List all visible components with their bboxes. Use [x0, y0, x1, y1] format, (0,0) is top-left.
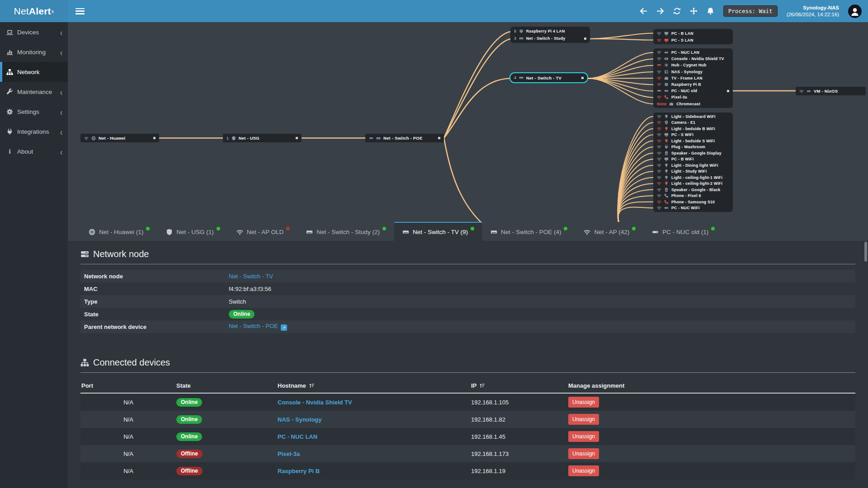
tab-pc-nuc-old-1[interactable]: PC - NUC old (1)	[644, 222, 723, 241]
info-link-net-switch-tv[interactable]: Net - Switch - TV	[229, 273, 273, 280]
topology-node-pc-nuc-wifi[interactable]: PC - NUC WiFi	[653, 205, 733, 211]
topology-node-light-bedside-b-wifi[interactable]: Light - bedside B WiFi	[653, 126, 733, 132]
collapse-handle[interactable]	[727, 90, 729, 92]
info-row-parent-network-device: Parent network deviceNet - Switch - POE↗	[80, 320, 855, 333]
topology-node-vm-nixos[interactable]: VM - NixOS	[796, 87, 866, 95]
app-logo[interactable]: NetAlertx	[0, 0, 68, 22]
user-avatar[interactable]	[848, 5, 862, 18]
topology-cluster-wifiC: Light - Sideboard WiFiCamera - E1Light -…	[653, 113, 733, 212]
collapse-handle[interactable]	[438, 137, 440, 139]
tab-net-switch-poe-4[interactable]: Net - Switch - POE (4)	[482, 222, 576, 241]
topology-node-camera-e1[interactable]: Camera - E1	[653, 120, 733, 126]
tab-net-ap-42[interactable]: Net - AP (42)	[576, 222, 644, 241]
wifi-icon	[657, 50, 661, 55]
unassign-button[interactable]: Unassign	[568, 431, 599, 442]
col-header-state: State	[175, 382, 277, 389]
topology-node-raspberry-pi-4-lan[interactable]: 5Raspberry Pi 4 LAN	[510, 28, 590, 35]
tab-net-switch-study-2[interactable]: Net - Switch - Study (2)	[298, 222, 394, 241]
wifi-icon	[657, 38, 661, 42]
topology-node-chromecast[interactable]: NoneChromecast	[653, 101, 733, 107]
nas-icon	[664, 70, 669, 74]
sidebar-item-devices[interactable]: Devices‹	[0, 22, 68, 42]
tab-net-switch-tv-9[interactable]: Net - Switch - TV (9)	[394, 222, 482, 241]
hostname-link[interactable]: PC - NUC LAN	[278, 433, 317, 440]
hostname-link[interactable]: Pixel-3a	[278, 450, 300, 457]
info-link-net-switch-poe[interactable]: Net - Switch - POE	[229, 323, 278, 329]
unassign-button[interactable]: Unassign	[568, 448, 599, 459]
hostname-link[interactable]: NAS - Synology	[278, 416, 322, 423]
collapse-handle[interactable]	[153, 137, 156, 139]
network-topology-canvas[interactable]: Net - Huawei1Net - USGNet - Switch - POE…	[68, 22, 868, 222]
sidebar-item-monitoring[interactable]: Monitoring‹	[0, 42, 68, 62]
external-link-icon[interactable]: ↗	[281, 324, 287, 331]
port-number: 4	[514, 75, 516, 80]
topology-node-light-dining-light-wifi[interactable]: Light - Dining light WiFi	[653, 162, 733, 169]
topology-node-hub-cygnet-hub[interactable]: Hub - Cygnet Hub	[653, 62, 733, 68]
sort-icon[interactable]	[309, 383, 315, 389]
topology-node-speaker-google-display[interactable]: Speaker - Google Display	[653, 150, 733, 156]
tab-net-huawei-1[interactable]: Net - Huawei (1)	[80, 222, 158, 241]
cell-manage: Unassign	[567, 431, 855, 442]
unassign-button[interactable]: Unassign	[568, 414, 599, 425]
shield-icon	[231, 136, 236, 141]
tab-label: Net - Switch - TV (9)	[413, 229, 468, 235]
state-badge: Offline	[176, 467, 203, 475]
tab-net-ap-old[interactable]: Net - AP OLD	[228, 222, 298, 241]
collapse-handle[interactable]	[581, 77, 584, 79]
topology-node-nas-synology[interactable]: NAS - Synology	[653, 69, 733, 75]
tab-net-usg-1[interactable]: Net - USG (1)	[158, 222, 228, 241]
topology-node-tv-frame-lan[interactable]: TV - Frame LAN	[653, 75, 733, 81]
topology-node-console-nvidia-shield-tv[interactable]: Console - Nvidia Shield TV	[653, 56, 733, 62]
collapse-handle[interactable]	[296, 137, 298, 139]
sidebar-item-about[interactable]: iAbout‹	[0, 141, 68, 161]
topology-node-net-switch-study[interactable]: 3Net - Switch - Study	[510, 35, 590, 42]
sidebar: Devices‹Monitoring‹NetworkMaintenance‹Se…	[0, 22, 68, 488]
topology-node-net-switch-poe[interactable]: Net - Switch - POE	[365, 134, 444, 142]
col-header-ip: IP	[470, 382, 567, 389]
topology-node-light-ceiling-light-2-wifi[interactable]: Light - ceiling-light-2 WiFi	[653, 181, 733, 187]
topology-node-pc-s-wifi[interactable]: PC - S WiFi	[653, 132, 733, 138]
topology-node-light-sideboard-wifi[interactable]: Light - Sideboard WiFi	[653, 113, 733, 120]
notifications-bell-icon[interactable]	[707, 7, 714, 15]
topology-node-speaker-google-black[interactable]: Speaker - Google - Black	[653, 187, 733, 193]
cell-ip: 192.168.1.19	[470, 468, 567, 474]
sidebar-item-maintenance[interactable]: Maintenance‹	[0, 82, 68, 102]
sidebar-toggle-icon[interactable]	[75, 8, 85, 14]
hostname-link[interactable]: Console - Nvidia Shield TV	[278, 399, 352, 406]
cell-ip: 192.168.1.82	[470, 416, 567, 423]
topology-node-light-ceiling-light-1-wifi[interactable]: Light - ceiling-light-1 WiFi	[653, 174, 733, 181]
cell-state: Online	[175, 432, 277, 441]
topology-node-net-usg[interactable]: 1Net - USG	[223, 134, 302, 142]
unassign-button[interactable]: Unassign	[568, 465, 599, 476]
topology-node-pc-nuc-lan[interactable]: PC - NUC LAN	[653, 49, 733, 56]
hostname-link[interactable]: Raspberry Pi B	[278, 468, 320, 474]
refresh-icon[interactable]	[673, 7, 681, 15]
forward-arrow-icon[interactable]	[656, 7, 664, 15]
topology-node-raspberry-pi-b[interactable]: Raspberry Pi B	[653, 81, 733, 88]
topology-node-phone-samsung-s10[interactable]: Phone - Samsung S10	[653, 199, 733, 205]
sidebar-item-settings[interactable]: Settings‹	[0, 102, 68, 122]
topology-node-pc-b-lan[interactable]: PC - B LAN	[653, 30, 733, 37]
collapse-handle[interactable]	[584, 38, 586, 40]
back-arrow-icon[interactable]	[640, 7, 647, 15]
topology-node-net-huawei[interactable]: Net - Huawei	[80, 134, 159, 142]
sidebar-item-network[interactable]: Network	[0, 62, 68, 82]
vertical-scrollbar[interactable]	[864, 242, 867, 262]
topology-node-light-bedside-s-wifi[interactable]: Light - bedside S WiFi	[653, 138, 733, 144]
topology-node-plug-washroom[interactable]: Plug - Washroom	[653, 144, 733, 150]
topology-node-light-study-wifi[interactable]: Light - Study WiFi	[653, 169, 733, 175]
topology-node-pixel-3a[interactable]: Pixel-3a	[653, 94, 733, 100]
sidebar-item-integrations[interactable]: Integrations‹	[0, 122, 68, 141]
topology-node-pc-s-lan[interactable]: PC - S LAN	[653, 37, 733, 43]
topology-node-phone-pixel-6[interactable]: Phone - Pixel 6	[653, 193, 733, 199]
wifi-icon	[657, 139, 661, 143]
topology-node-net-switch-tv[interactable]: 4Net - Switch - TV	[509, 72, 588, 83]
topology-node-pc-nuc-old[interactable]: PC - NUC old	[653, 88, 733, 94]
plug-icon	[6, 128, 13, 135]
info-label: Network node	[84, 273, 229, 280]
move-pan-icon[interactable]	[690, 7, 698, 15]
unassign-button[interactable]: Unassign	[568, 397, 599, 408]
topology-node-pc-b-wifi[interactable]: PC - B WiFi	[653, 156, 733, 163]
sort-icon[interactable]	[479, 383, 485, 389]
chevron-left-icon: ‹	[60, 126, 62, 137]
